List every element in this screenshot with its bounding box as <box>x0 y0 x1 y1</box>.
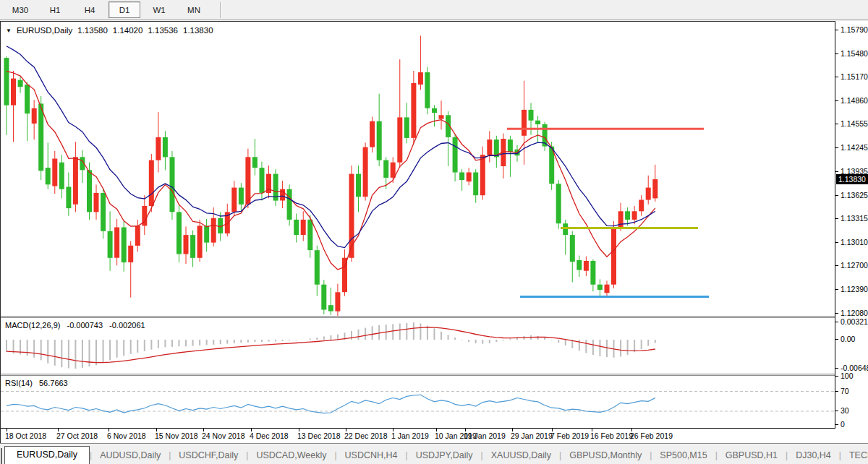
candle-body <box>122 228 127 263</box>
candle-body <box>356 174 361 197</box>
candle-body <box>529 110 534 121</box>
rsi-axis-label: 30 <box>841 406 849 415</box>
candle-body <box>508 139 513 152</box>
axis-tick <box>835 289 838 290</box>
axis-tick <box>835 322 838 322</box>
symbol-dropdown-icon[interactable]: ▼ <box>6 27 12 34</box>
rsi-axis-label: 100 <box>841 371 854 380</box>
chart-tab-usdchf-daily[interactable]: USDCHF,Daily <box>171 447 246 464</box>
chart-tab-usdcad-weekly[interactable]: USDCAD,Weekly <box>248 447 334 464</box>
candle-body <box>425 72 430 108</box>
candle-body <box>4 58 9 106</box>
price-axis-label: 1.13625 <box>841 191 868 199</box>
candle-body <box>135 225 140 246</box>
timeframe-button-mn[interactable]: MN <box>178 1 210 18</box>
candle-body <box>328 305 333 311</box>
chart-tab-gbpusd-h1[interactable]: GBPUSD,H1 <box>718 447 786 464</box>
candle-body <box>605 285 610 293</box>
candle-body <box>432 108 437 113</box>
timeframe-button-h4[interactable]: H4 <box>74 1 106 18</box>
rsi-panel-chart[interactable] <box>1 376 835 428</box>
candle-body <box>301 220 306 235</box>
candle-body <box>59 163 64 189</box>
candle-body <box>46 168 51 184</box>
quote-open: 1.13580 <box>77 26 108 35</box>
candle-body <box>52 159 57 186</box>
axis-tick <box>835 195 838 196</box>
price-axis-label: 1.13010 <box>841 238 868 246</box>
candlestick-chart[interactable] <box>1 22 835 316</box>
candle-body <box>473 173 478 196</box>
axis-tick <box>835 218 838 219</box>
date-axis-label: 19 Jan 2019 <box>464 431 506 440</box>
chart-tab-usdcnh-h4[interactable]: USDCNH,H4 <box>337 447 406 464</box>
candle-body <box>101 193 106 231</box>
date-axis: 18 Oct 201827 Oct 20186 Nov 201815 Nov 2… <box>1 428 867 442</box>
candle-body <box>287 189 292 220</box>
candle-body <box>87 170 92 212</box>
candle-body <box>576 260 582 270</box>
candle-body <box>652 179 658 198</box>
chart-tab-bar: EURUSD,Daily|AUDUSD,Daily|USDCHF,Daily|U… <box>0 443 868 464</box>
candle-body <box>245 157 250 204</box>
rsi-axis-label: 70 <box>841 387 849 395</box>
timeframe-button-m30[interactable]: M30 <box>4 1 36 18</box>
candle-body <box>480 155 485 195</box>
timeframe-button-w1[interactable]: W1 <box>143 1 175 18</box>
price-axis: 1.157901.154801.151701.148601.145551.142… <box>835 21 868 443</box>
quote-close: 1.13830 <box>183 26 213 35</box>
axis-tick <box>835 53 838 54</box>
candle-body <box>163 137 168 158</box>
macd-axis-label: 0.00 <box>841 335 855 343</box>
chart-tab-xauusd-daily[interactable]: XAUUSD,Daily <box>483 447 559 464</box>
date-axis-label: 1 Jan 2019 <box>391 431 429 440</box>
chart-tab-gbpusd-monthly[interactable]: GBPUSD,Monthly <box>561 447 650 464</box>
date-axis-label: 22 Dec 2018 <box>344 431 388 440</box>
axis-tick <box>835 265 838 266</box>
price-axis-label: 1.14245 <box>841 143 868 152</box>
chart-tab-eurusd-daily[interactable]: EURUSD,Daily <box>4 446 90 464</box>
candle-body <box>570 235 575 262</box>
rsi-line <box>7 395 655 413</box>
candle-body <box>439 115 444 119</box>
candle-body <box>349 174 354 258</box>
chart-tab-tech100-h[interactable]: TECH100,H <box>841 447 868 464</box>
quote-low: 1.13536 <box>148 26 178 35</box>
macd-main-value: -0.000743 <box>67 321 103 330</box>
axis-tick <box>835 339 838 340</box>
timeframe-button-h1[interactable]: H1 <box>39 1 71 18</box>
rsi-name: RSI(14) <box>5 379 33 387</box>
chart-tab-audusd-daily[interactable]: AUDUSD,Daily <box>92 447 169 464</box>
date-axis-label: 18 Oct 2018 <box>5 431 46 440</box>
price-axis-label: 1.14860 <box>841 96 868 105</box>
rsi-value: 56.7663 <box>39 379 68 387</box>
candle-body <box>204 225 209 242</box>
mt4-application-window: M30H1H4D1W1MN ▼ EURUSD,Daily 1.13580 1.1… <box>0 0 868 464</box>
current-price-badge: 1.13830 <box>836 174 868 184</box>
tab-strip-edge <box>1 448 2 464</box>
candle-body <box>467 173 472 182</box>
price-axis-label: 1.12080 <box>841 309 868 317</box>
price-axis-label: 1.15790 <box>841 25 868 34</box>
axis-tick <box>835 100 838 101</box>
timeframe-button-d1[interactable]: D1 <box>109 1 140 18</box>
date-axis-label: 6 Nov 2018 <box>107 431 146 440</box>
candle-body <box>128 246 133 262</box>
axis-tick <box>835 124 838 124</box>
axis-tick <box>835 147 838 148</box>
axis-tick <box>835 411 838 411</box>
candle-body <box>211 218 216 243</box>
candle-body <box>38 103 43 171</box>
candle-body <box>108 231 113 258</box>
candle-body <box>197 225 203 257</box>
candle-body <box>25 85 30 113</box>
candle-body <box>535 121 540 124</box>
candle-body <box>73 157 78 204</box>
price-axis-label: 1.14555 <box>841 119 868 128</box>
chart-tab-dj30-h4[interactable]: DJ30,H4 <box>788 447 839 464</box>
chart-tab-sp500-m15[interactable]: SP500,M15 <box>652 447 715 464</box>
date-axis-label: 4 Dec 2018 <box>250 431 289 440</box>
chart-tab-usdjpy-daily[interactable]: USDJPY,Daily <box>408 447 481 464</box>
axis-tick <box>835 376 838 377</box>
candle-body <box>391 163 396 178</box>
